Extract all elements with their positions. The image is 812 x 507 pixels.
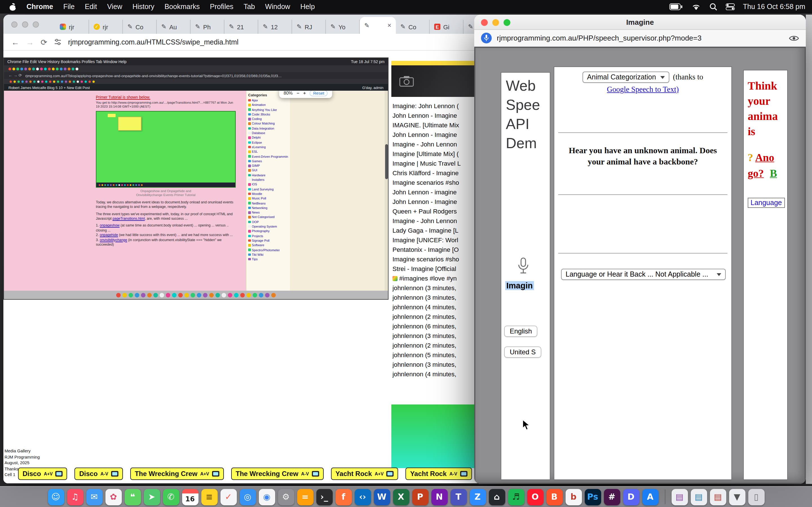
dock-zoom[interactable]: Z	[469, 489, 486, 505]
category-item[interactable]: Tiki Wiki	[248, 252, 288, 257]
animal-category-select[interactable]: Animal Categorization	[582, 71, 670, 83]
dock-firefox[interactable]: f	[335, 489, 352, 505]
media-button-0[interactable]: DiscoA+V	[18, 467, 67, 480]
category-item[interactable]: Hardware	[248, 173, 288, 178]
category-item[interactable]: Games	[248, 159, 288, 164]
video-link[interactable]: Lady Gaga - Imagine [L	[393, 226, 474, 235]
video-link[interactable]: johnlennon (3 minutes,	[393, 331, 474, 341]
tab-close-icon[interactable]: ×	[388, 21, 391, 29]
imagine-address[interactable]: rjmprogramming.com.au/PHP/speech_supervi…	[497, 34, 702, 42]
apple-logo-icon[interactable]	[9, 3, 17, 11]
language-link[interactable]: Language	[748, 198, 784, 208]
dock-facetime[interactable]: ✆	[163, 489, 179, 505]
tab-4[interactable]: ✎Ph	[191, 20, 224, 34]
another-go-link-2[interactable]: go?	[748, 167, 764, 179]
dock-safari[interactable]: ◎	[239, 489, 256, 505]
language-select[interactable]: Language or Hear it Back ... Not Applica…	[561, 269, 726, 280]
tab-active[interactable]: ✎×	[360, 17, 396, 34]
media-button-3[interactable]: The Wrecking CrewA-V	[231, 467, 324, 480]
video-link[interactable]: johnlennon (4 minutes,	[393, 370, 474, 379]
category-item[interactable]: GUI	[248, 168, 288, 173]
onpagehide-link[interactable]: onpagehide	[100, 233, 118, 237]
category-item[interactable]: Moodle	[248, 191, 288, 196]
video-link[interactable]: Imagine | Music Travel L	[393, 159, 474, 168]
video-link[interactable]: Chris Kläfford - Imagine	[393, 168, 474, 178]
tab-7[interactable]: ✎RJ	[292, 20, 326, 34]
video-link[interactable]: Pentatonix - Imagine [O	[393, 245, 474, 255]
category-item[interactable]: Installers	[248, 177, 288, 182]
battery-icon[interactable]	[669, 3, 682, 10]
tab-1[interactable]: ✓rjr	[89, 20, 123, 34]
dock-maps[interactable]: ➤	[144, 489, 160, 505]
tab-10[interactable]: ✎Co	[396, 20, 430, 34]
english-button[interactable]: English	[504, 326, 538, 337]
zoom-reset-button[interactable]: Reset	[310, 91, 327, 96]
microphone-icon[interactable]	[517, 258, 529, 277]
menu-item-view[interactable]: View	[102, 3, 128, 11]
search-icon[interactable]	[709, 3, 717, 11]
back-link[interactable]: B	[770, 167, 777, 179]
category-item[interactable]: eLearning	[248, 145, 288, 150]
dock-appstore[interactable]: A	[642, 489, 658, 505]
video-link[interactable]: Imagine - John Lennon	[393, 216, 474, 226]
category-item[interactable]: Networking	[248, 206, 288, 210]
dock-notes[interactable]: ≡	[201, 489, 217, 505]
menu-item-window[interactable]: Window	[260, 3, 295, 11]
video-link[interactable]: johnlennon (2 minutes,	[393, 312, 474, 322]
category-item[interactable]: Event-Driven Programming	[248, 154, 288, 159]
dock-chrome[interactable]: ◉	[259, 489, 275, 505]
category-item[interactable]: Software	[248, 243, 288, 247]
dock-brave[interactable]: B	[546, 489, 562, 505]
category-item[interactable]: Delphi	[248, 135, 288, 140]
video-link[interactable]: Imagine: John Lennon (	[393, 101, 474, 111]
dock-slack[interactable]: #	[604, 489, 620, 505]
dock-reminders[interactable]: ✓	[220, 489, 237, 505]
video-link[interactable]: Imagine - John Lennon	[393, 140, 474, 149]
category-item[interactable]: Coding	[248, 117, 288, 121]
menu-item-chrome[interactable]: Chrome	[21, 3, 58, 11]
menu-item-bookmarks[interactable]: Bookmarks	[159, 3, 205, 11]
video-link[interactable]: Strei - Imagine [Official	[393, 264, 474, 274]
dock-messages[interactable]: ❝	[124, 489, 141, 505]
category-item[interactable]: Animation	[248, 103, 288, 108]
video-link[interactable]: johnlennon (6 minutes,	[393, 322, 474, 331]
category-item[interactable]: Anything You Like	[248, 107, 288, 112]
site-info-icon[interactable]	[54, 38, 61, 46]
wifi-icon[interactable]	[691, 3, 701, 10]
video-link[interactable]: Queen + Paul Rodgers	[393, 207, 474, 216]
video-link[interactable]: John Lennon - imagine	[393, 187, 474, 197]
category-item[interactable]: Eclipse	[248, 140, 288, 145]
dock-finder[interactable]: ☺	[48, 489, 64, 505]
dock-music[interactable]: ♫	[67, 489, 83, 505]
category-item[interactable]: Land Surveying	[248, 187, 288, 191]
video-link[interactable]: johnlennon (4 minutes,	[393, 302, 474, 312]
another-go-link[interactable]: Ano	[755, 152, 774, 163]
video-link[interactable]: #imagines #love #yn	[393, 274, 474, 283]
video-link[interactable]: johnlennon (2 minutes,	[393, 341, 474, 350]
inner-scrollbar[interactable]	[385, 91, 388, 291]
control-center-icon[interactable]	[725, 3, 734, 10]
video-link[interactable]: Imagine [UNICEF: Worl	[393, 235, 474, 245]
dock-vscode[interactable]: ‹›	[354, 489, 371, 505]
dock-spotify[interactable]: ♬	[508, 489, 524, 505]
dock-calculator[interactable]: =	[297, 489, 313, 505]
category-item[interactable]: Tips	[248, 257, 288, 262]
dock-excel[interactable]: X	[393, 489, 409, 505]
window-controls[interactable]	[11, 21, 39, 27]
video-link[interactable]: Imagine scenarios #sho	[393, 255, 474, 264]
category-item[interactable]: Code::Blocks	[248, 112, 288, 117]
onpageshow-link[interactable]: onpageshow	[100, 223, 119, 227]
united-states-button[interactable]: United S	[504, 346, 541, 358]
dock-discord[interactable]: D	[623, 489, 639, 505]
menu-item-file[interactable]: File	[58, 3, 80, 11]
video-link[interactable]: Imagine [Ultimate Mix] (	[393, 149, 474, 159]
forward-icon[interactable]: →	[26, 38, 34, 47]
back-icon[interactable]: ←	[11, 38, 19, 47]
category-item[interactable]: Projects	[248, 233, 288, 238]
media-button-4[interactable]: Yacht RockA+V	[331, 467, 398, 480]
video-link[interactable]: johnlennon (3 minutes,	[393, 283, 474, 293]
dock-github[interactable]: ⌂	[489, 489, 505, 505]
category-item[interactable]: OOP	[248, 219, 288, 224]
category-item[interactable]: NetBeans	[248, 201, 288, 206]
category-item[interactable]: iOS	[248, 182, 288, 187]
